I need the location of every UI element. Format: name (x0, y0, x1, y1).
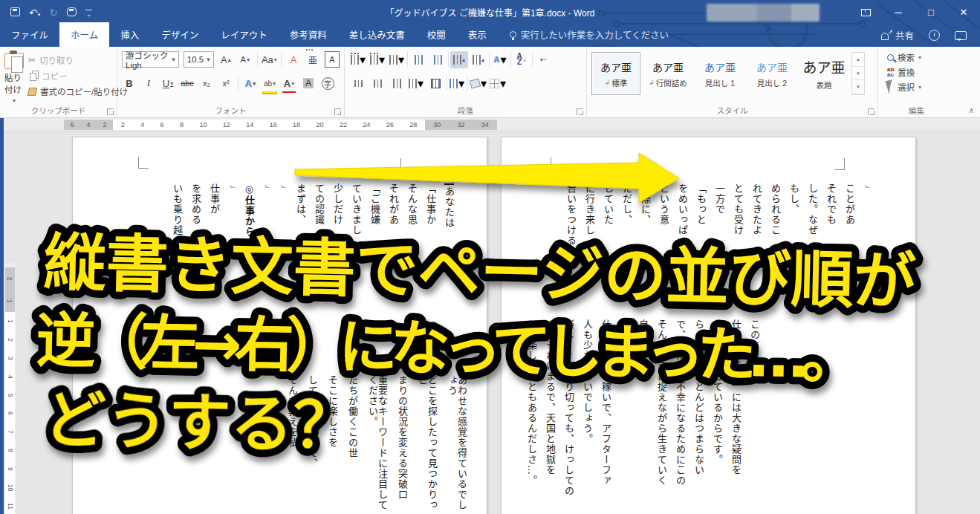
editing-group-label: 編集 (878, 105, 955, 116)
increase-indent-button[interactable] (429, 51, 447, 68)
tab-home[interactable]: ホーム (59, 22, 109, 47)
format-painter-icon (27, 88, 37, 96)
style-heading1[interactable]: あア亜 見出し 1 (695, 52, 744, 95)
shading-button[interactable]: ▾ (470, 75, 487, 92)
distribute-selected-button[interactable]: ▴ (450, 51, 468, 68)
clear-formatting-button[interactable]: A (286, 51, 301, 68)
ribbon-tab[interactable]: 参考資料 (279, 22, 338, 47)
horizontal-ruler[interactable]: 642 246810121416182022242628 303234 (0, 118, 980, 131)
ribbon-tab[interactable]: レイアウト (210, 22, 279, 47)
copy-button[interactable]: コピー (28, 70, 128, 82)
multilevel-list-button[interactable]: ▾ (388, 51, 406, 68)
shrink-font-button[interactable]: A▾ (238, 51, 253, 68)
bold-button[interactable]: B (122, 75, 137, 91)
ribbon-display-options-button[interactable] (849, 0, 882, 25)
grid-lines-button[interactable] (426, 75, 444, 92)
share-icon (881, 31, 892, 40)
styles-gallery-scroll[interactable]: ▴ ▾ ▾ (851, 52, 865, 95)
cut-button[interactable]: ✂切り取り (28, 54, 128, 66)
maximize-button[interactable]: □ (915, 0, 947, 25)
align-right-button[interactable] (388, 75, 406, 92)
ribbon-tab[interactable]: デザイン (150, 22, 210, 47)
formatting-marks-button[interactable]: ⇠ (534, 51, 552, 68)
borders-button[interactable]: ▾ (489, 75, 507, 92)
align-distribute-button[interactable]: ▴ (470, 51, 487, 68)
save-icon[interactable] (10, 7, 20, 18)
tell-me-box[interactable]: 実行したい作業を入力してください (510, 27, 669, 47)
format-painter-button[interactable]: 書式のコピー/貼り付け (28, 85, 128, 97)
ruler-right-margin: 303234 (425, 120, 497, 130)
clipboard-dialog-launcher[interactable] (107, 108, 114, 115)
tabs-after: 挿入デザインレイアウト参考資料差し込み文書校閲表示 (109, 22, 498, 47)
bullets-button[interactable]: ▾ (349, 51, 367, 68)
sort-button[interactable]: AZ↓ (513, 51, 530, 68)
line-spacing-button[interactable]: ▾ (448, 75, 466, 92)
document-area[interactable]: 21 123456789101112131415161718 あなたは「仕事かそ… (0, 131, 980, 514)
styles-group-label: スタイル (587, 105, 877, 116)
paste-dropdown-icon[interactable]: ▾ (13, 97, 16, 104)
justify-button[interactable]: ▾ (407, 75, 425, 92)
account-name-blurred (707, 4, 820, 22)
ribbon-tab[interactable]: 表示 (457, 22, 498, 47)
title-bar: ↶▾ ↻ ⌄ 「グッドバイブス ご機嫌な仕事」第1章.docx - Word ─… (0, 0, 980, 25)
minimize-button[interactable]: ─ (882, 0, 915, 25)
redo-icon[interactable]: ↻ (49, 7, 58, 18)
select-button[interactable]: 選択▾ (887, 79, 950, 94)
comment-icon[interactable] (955, 31, 967, 40)
find-button[interactable]: 検索▾ (887, 50, 950, 65)
undo-icon[interactable]: ↶▾ (29, 7, 40, 18)
font-dialog-launcher[interactable] (334, 108, 341, 115)
font-color-button[interactable]: A▾ (282, 75, 296, 91)
styles-dialog-launcher[interactable] (868, 108, 874, 115)
pointer-mode-icon[interactable] (67, 7, 77, 18)
font-family-select[interactable]: 游ゴシック Ligh▾ (122, 51, 179, 68)
subscript-button[interactable]: x₂ (199, 75, 214, 91)
tabs-before: ファイル (0, 22, 59, 47)
ribbon-tab[interactable]: 挿入 (109, 22, 150, 47)
paste-button[interactable]: 貼り付け ▾ (4, 50, 24, 104)
font-group: 游ゴシック Ligh▾ 10.5▾ A▴ A▾ Aa▾ A 亜 A B I U▾… (117, 47, 345, 117)
ribbon-tab[interactable]: 差し込み文書 (338, 22, 416, 47)
style-title[interactable]: あア亜 表題 (799, 52, 848, 95)
character-border-button[interactable]: A (325, 51, 340, 68)
vertical-ruler[interactable]: 21 123456789101112131415161718 (4, 263, 16, 514)
font-group-label: フォント (117, 105, 344, 116)
character-shading-button[interactable]: A (301, 75, 316, 91)
ribbon-tab[interactable]: 校閲 (416, 22, 457, 47)
replace-button[interactable]: abac置換 (887, 65, 950, 79)
crop-mark-icon (138, 157, 149, 169)
replace-icon: abac (887, 67, 894, 77)
share-button[interactable]: 共有 (881, 28, 914, 42)
character-scaling-button[interactable]: A▾ (491, 51, 509, 68)
strikethrough-button[interactable]: abc (180, 75, 195, 91)
text-effects-button[interactable]: A▾ (243, 75, 258, 91)
font-size-select[interactable]: 10.5▾ (184, 51, 214, 68)
change-case-button[interactable]: Aa▾ (262, 51, 276, 68)
grow-font-button[interactable]: A▴ (218, 51, 233, 68)
style-normal[interactable]: あア亜 ↲標準 (591, 52, 640, 95)
close-button[interactable]: ✕ (947, 0, 980, 25)
tab-file[interactable]: ファイル (0, 22, 59, 47)
customize-quick-access-icon[interactable]: ⌄ (85, 7, 92, 18)
page-right[interactable]: ↲ことがあそれでもした。なぜもし、められるこれてきたよとても受け一方で「もっとを… (501, 137, 916, 514)
quick-access-toolbar: ↶▾ ↻ ⌄ (0, 7, 134, 18)
decrease-indent-button[interactable] (409, 51, 427, 68)
collapse-ribbon-icon[interactable]: ∧ (969, 106, 974, 114)
phonetic-guide-button[interactable]: 亜 (305, 51, 320, 68)
page-left[interactable]: あなたは「仕事かそんな思それがあ「ご機嫌ていきまし少しだけての認識まずは、↲↲◎… (72, 137, 487, 514)
ribbon-home: 貼り付け ▾ ✂切り取り コピー 書式のコピー/貼り付け クリップボード 游ゴシ… (0, 47, 980, 118)
paragraph-dialog-launcher[interactable] (577, 108, 583, 115)
align-left-button[interactable] (349, 75, 367, 92)
superscript-button[interactable]: x² (218, 75, 233, 91)
enclose-characters-button[interactable]: 字 (320, 75, 335, 91)
style-heading2[interactable]: あア亜 見出し 2 (747, 52, 796, 95)
numbering-button[interactable]: ▾ (369, 51, 386, 68)
underline-button[interactable]: U▾ (160, 75, 175, 91)
history-icon[interactable] (929, 30, 940, 41)
styles-group: あア亜 ↲標準 あア亜 ↲行間詰め あア亜 見出し 1 あア亜 見出し 2 あア… (587, 47, 878, 117)
italic-button[interactable]: I (141, 75, 156, 91)
align-center-button[interactable] (369, 75, 386, 92)
vruler-body: 123456789101112131415161718 (5, 312, 15, 514)
highlight-button[interactable]: ab▾ (262, 75, 277, 91)
style-no-spacing[interactable]: あア亜 ↲行間詰め (643, 52, 692, 95)
